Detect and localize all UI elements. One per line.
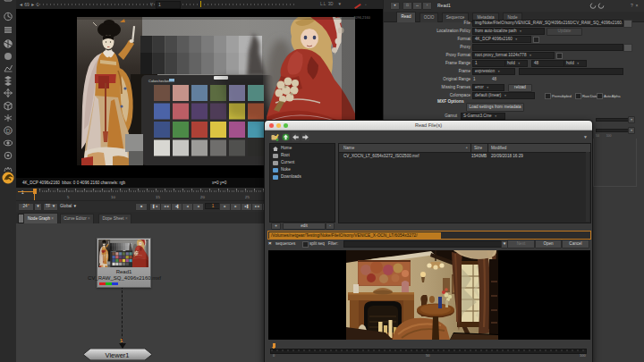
svg-text:D: D <box>6 128 11 134</box>
svg-text:Viewer1: Viewer1 <box>106 351 130 359</box>
